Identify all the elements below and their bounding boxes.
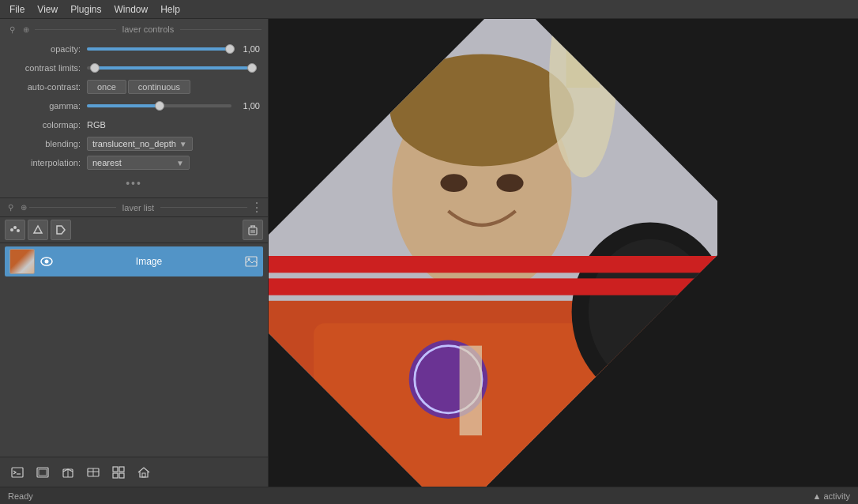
colormap-input: RGB [87,120,260,130]
package-button[interactable] [57,461,79,483]
contrast-input [87,66,260,70]
screenshot-icon [87,466,100,479]
blending-value: translucent_no_depth [92,139,176,149]
pin-icon[interactable]: ⚲ [6,24,17,35]
opacity-label: opacity: [8,44,87,54]
layer-list-header-icons: ⚲ ⊕ [5,202,29,213]
menubar: File View Plugins Window Help [0,0,858,19]
interpolation-arrow-icon: ▼ [176,159,184,167]
svg-point-14 [248,258,250,261]
header-line-left [35,29,116,30]
interpolation-value: nearest [92,158,173,167]
image-diamond-container [269,19,744,487]
menu-file[interactable]: File [3,2,31,17]
auto-contrast-label: auto-contrast: [8,82,87,92]
labels-tool-button[interactable] [51,220,71,240]
gamma-thumb[interactable] [155,101,164,111]
opacity-slider[interactable] [87,47,235,51]
menu-window[interactable]: Window [108,2,155,17]
image-icon [245,255,258,268]
blending-label: blending: [8,139,87,149]
dots-row: ••• [0,172,268,194]
layer-controls-icons: ⚲ ⊕ [6,24,32,35]
blending-input: translucent_no_depth ▼ [87,137,260,151]
blending-dropdown[interactable]: translucent_no_depth ▼ [87,137,193,151]
auto-contrast-input: once continuous [87,80,260,94]
points-tool-button[interactable] [5,220,25,240]
home-icon [137,466,150,479]
interpolation-row: interpolation: nearest ▼ [0,153,268,172]
layer-controls-section: ⚲ ⊕ laver controls opacity: [0,19,268,198]
svg-rect-27 [119,473,124,478]
left-panel: ⚲ ⊕ laver controls opacity: [0,19,269,487]
contrast-label: contrast limits: [8,63,87,73]
opacity-thumb[interactable] [225,44,235,54]
menu-view[interactable]: View [31,2,64,17]
layer-list-line-right [160,207,247,208]
svg-point-2 [17,229,20,232]
gamma-row: gamma: 1,00 [0,96,268,115]
gamma-slider[interactable] [87,104,235,107]
contrast-thumb-right[interactable] [247,63,257,73]
auto-contrast-once-button[interactable]: once [87,80,126,94]
layer-controls-title: laver controls [116,24,180,34]
layer-name-label: Image [58,256,239,267]
main-layout: ⚲ ⊕ laver controls opacity: [0,19,858,487]
colormap-row: colormap: RGB [0,115,268,134]
opacity-row: opacity: 1,00 [0,39,268,58]
pin-layer-icon[interactable]: ⚲ [5,202,16,213]
header-line-right [180,29,262,30]
svg-point-12 [45,260,49,264]
terminal-button[interactable] [6,461,28,483]
layer-visibility-toggle[interactable] [40,256,54,267]
interpolation-input: nearest ▼ [87,156,260,170]
opacity-value: 1,00 [235,44,260,54]
opacity-input: 1,00 [87,44,260,54]
opacity-fill [87,47,231,51]
contrast-fill [96,66,249,70]
gamma-fill [87,104,160,107]
contrast-slider[interactable] [87,66,257,70]
dots-icon: ••• [126,177,142,190]
layer-thumbnail [9,249,35,274]
layer-type-image-icon [244,254,258,269]
svg-marker-3 [34,226,42,233]
auto-contrast-buttons: once continuous [87,80,190,94]
layer-list-title: laver list [116,203,160,213]
eye-icon [40,257,53,266]
canvas-area[interactable] [269,19,858,487]
shapes-icon [32,224,43,235]
auto-contrast-continuous-button[interactable]: continuous [128,80,190,94]
svg-rect-26 [113,473,118,478]
home-button[interactable] [133,461,155,483]
console-button[interactable] [32,461,54,483]
layer-toolbar [0,217,268,243]
svg-point-1 [13,226,17,229]
grid-button[interactable] [107,461,130,483]
package-icon [62,466,74,479]
svg-point-41 [496,174,523,192]
screenshot-button[interactable] [82,461,104,483]
delete-layer-button[interactable] [243,220,263,240]
interpolation-dropdown[interactable]: nearest ▼ [87,156,190,170]
contrast-thumb-left[interactable] [90,63,100,73]
svg-rect-37 [269,256,717,273]
svg-rect-18 [39,469,47,476]
layer-items-container: Image [0,243,268,280]
menu-help[interactable]: Help [154,2,186,17]
expand-layer-icon[interactable]: ⊕ [18,202,29,213]
svg-point-32 [390,54,574,166]
shapes-tool-button[interactable] [28,220,48,240]
layer-list-menu-icon[interactable]: ⋮ [250,200,263,215]
layer-list-header: ⚲ ⊕ laver list ⋮ [0,198,268,217]
layer-item[interactable]: Image [5,246,263,276]
menu-plugins[interactable]: Plugins [64,2,107,17]
layer-list-section: ⚲ ⊕ laver list ⋮ [0,198,268,457]
svg-rect-24 [113,467,118,472]
gamma-input: 1,00 [87,101,260,111]
bottom-toolbar [0,457,268,487]
svg-rect-36 [269,278,717,295]
blending-arrow-icon: ▼ [179,140,187,149]
expand-icon[interactable]: ⊕ [21,24,32,35]
grid-icon [112,466,125,479]
